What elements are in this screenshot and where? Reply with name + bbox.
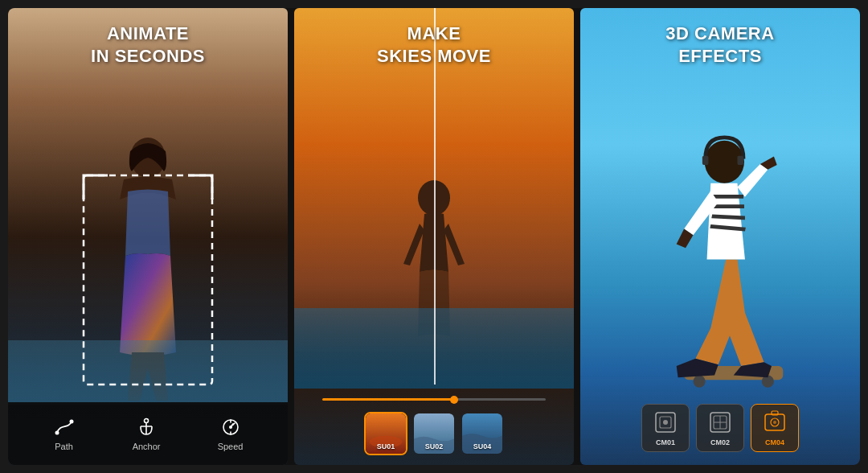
- svg-point-3: [69, 420, 73, 424]
- svg-point-29: [773, 421, 776, 424]
- svg-point-14: [694, 375, 706, 387]
- anchor-label: Anchor: [133, 442, 161, 451]
- effect-cm01-label: CM01: [656, 438, 675, 446]
- speed-label: Speed: [218, 442, 244, 451]
- tool-path[interactable]: Path: [53, 416, 76, 451]
- heading-line1-p3: 3D CAMERA: [580, 23, 860, 45]
- toolbar-panel1: Path Anchor: [8, 402, 288, 465]
- effect-cm02[interactable]: CM02: [696, 404, 744, 452]
- filter-su02[interactable]: SU02: [412, 412, 456, 455]
- app-container: ANIMATE IN SECONDS: [8, 8, 860, 465]
- panel-2-heading: MAKE SKIES MOVE: [294, 23, 574, 67]
- skater-figure: [592, 107, 852, 397]
- heading-line2-p2: SKIES MOVE: [294, 45, 574, 68]
- svg-rect-17: [702, 156, 709, 165]
- path-icon: [53, 416, 76, 438]
- svg-rect-1: [84, 175, 212, 385]
- anchor-icon: [135, 416, 158, 438]
- tool-speed[interactable]: Speed: [218, 416, 244, 451]
- path-label: Path: [55, 442, 73, 451]
- tool-anchor[interactable]: Anchor: [133, 416, 161, 451]
- panel-skies: MAKE SKIES MOVE: [294, 8, 574, 465]
- panel-camera: 3D CAMERA EFFECTS: [580, 8, 860, 465]
- filter-su01-label: SU01: [366, 442, 406, 450]
- filter-su01[interactable]: SU01: [364, 412, 407, 455]
- filter-bar: SU01 SU02: [294, 385, 574, 465]
- filter-su02-label: SU02: [414, 442, 454, 450]
- panel-3-heading: 3D CAMERA EFFECTS: [580, 23, 860, 67]
- filter-slider[interactable]: [322, 398, 546, 401]
- effect-cm01[interactable]: CM01: [641, 404, 690, 452]
- svg-point-4: [145, 419, 149, 423]
- filter-thumbnails: SU01 SU02: [364, 412, 504, 455]
- effect-cm04[interactable]: CM04: [751, 404, 799, 452]
- filter-su04-label: SU04: [462, 442, 502, 450]
- speed-icon: [219, 416, 242, 438]
- svg-rect-18: [737, 156, 743, 165]
- filter-su04[interactable]: SU04: [461, 412, 504, 455]
- heading-line1: ANIMATE: [8, 23, 288, 45]
- svg-point-21: [663, 420, 668, 425]
- effect-cm04-label: CM04: [765, 438, 784, 446]
- svg-point-2: [55, 431, 59, 435]
- heading-line2-p3: EFFECTS: [580, 45, 860, 68]
- path-overlay: [76, 167, 220, 393]
- effect-cm02-label: CM02: [710, 438, 730, 446]
- panel-1-heading: ANIMATE IN SECONDS: [8, 23, 288, 67]
- heading-line2: IN SECONDS: [8, 45, 288, 68]
- heading-line1-p2: MAKE: [294, 23, 574, 45]
- panel-animate: ANIMATE IN SECONDS: [8, 8, 288, 465]
- effects-bar: CM01 CM02 CM04: [580, 393, 860, 465]
